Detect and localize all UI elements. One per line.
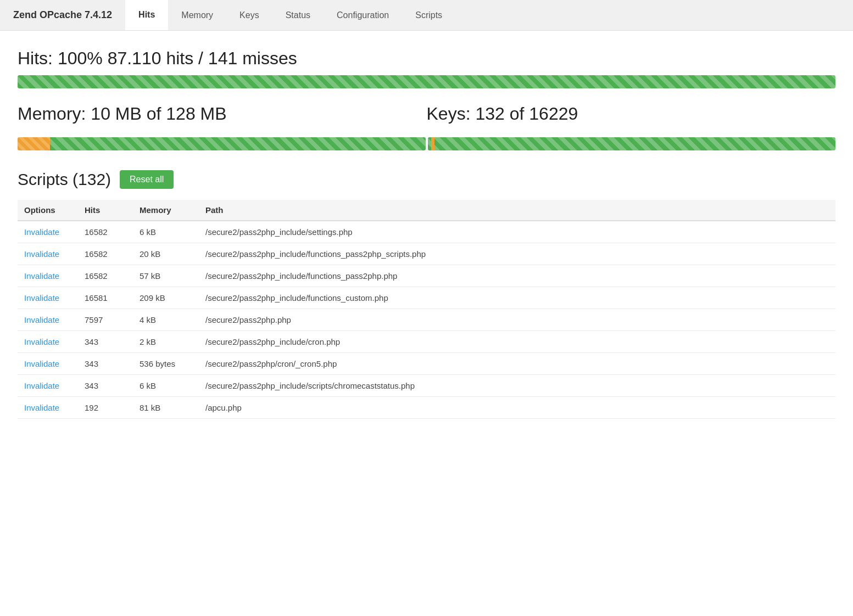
- col-header-hits: Hits: [78, 200, 133, 221]
- cell-memory: 81 kB: [133, 397, 199, 419]
- keys-bar-marker: [431, 137, 434, 150]
- cell-memory: 536 bytes: [133, 353, 199, 375]
- table-row: Invalidate1658220 kB/secure2/pass2php_in…: [18, 243, 835, 265]
- table-row: Invalidate1658257 kB/secure2/pass2php_in…: [18, 265, 835, 287]
- cell-path: /apcu.php: [199, 397, 835, 419]
- scripts-table-header-row: Options Hits Memory Path: [18, 200, 835, 221]
- memory-keys-progress-bars: [18, 137, 835, 150]
- invalidate-link[interactable]: Invalidate: [24, 403, 59, 412]
- memory-progress-bar: [18, 137, 426, 150]
- keys-progress-bar: [428, 137, 836, 150]
- col-header-memory: Memory: [133, 200, 199, 221]
- keys-heading: Keys: 132 of 16229: [427, 104, 836, 124]
- cell-path: /secure2/pass2php_include/functions_cust…: [199, 287, 835, 309]
- cell-hits: 16582: [78, 265, 133, 287]
- cell-memory: 4 kB: [133, 309, 199, 331]
- scripts-table-head: Options Hits Memory Path: [18, 200, 835, 221]
- tab-hits[interactable]: Hits: [125, 0, 168, 30]
- memory-bar-free: [50, 137, 425, 150]
- main-content: Hits: 100% 87.110 hits / 141 misses Memo…: [0, 31, 853, 436]
- cell-memory: 6 kB: [133, 375, 199, 397]
- invalidate-link[interactable]: Invalidate: [24, 381, 59, 390]
- keys-heading-wrapper: Keys: 132 of 16229: [427, 104, 836, 131]
- memory-heading: Memory: 10 MB of 128 MB: [18, 104, 427, 124]
- invalidate-link[interactable]: Invalidate: [24, 271, 59, 281]
- col-header-path: Path: [199, 200, 835, 221]
- nav-tabs: Hits Memory Keys Status Configuration Sc…: [125, 0, 455, 30]
- cell-hits: 16582: [78, 221, 133, 243]
- cell-path: /secure2/pass2php_include/cron.php: [199, 331, 835, 353]
- keys-bar-fill: [428, 137, 836, 150]
- cell-hits: 16581: [78, 287, 133, 309]
- cell-memory: 6 kB: [133, 221, 199, 243]
- table-row: Invalidate3432 kB/secure2/pass2php_inclu…: [18, 331, 835, 353]
- cell-path: /secure2/pass2php_include/scripts/chrome…: [199, 375, 835, 397]
- hits-progress-bar-fill: [18, 75, 835, 88]
- invalidate-link[interactable]: Invalidate: [24, 337, 59, 346]
- memory-bar-used: [18, 137, 50, 150]
- cell-path: /secure2/pass2php_include/functions_pass…: [199, 243, 835, 265]
- invalidate-link[interactable]: Invalidate: [24, 293, 59, 303]
- app-title: Zend OPcache 7.4.12: [0, 0, 125, 30]
- scripts-heading: Scripts (132): [18, 170, 111, 189]
- table-row: Invalidate343536 bytes/secure2/pass2php/…: [18, 353, 835, 375]
- cell-hits: 343: [78, 331, 133, 353]
- cell-path: /secure2/pass2php_include/functions_pass…: [199, 265, 835, 287]
- tab-configuration[interactable]: Configuration: [324, 0, 402, 30]
- scripts-heading-row: Scripts (132) Reset all: [18, 170, 835, 189]
- reset-all-button[interactable]: Reset all: [120, 170, 174, 189]
- cell-memory: 57 kB: [133, 265, 199, 287]
- cell-path: /secure2/pass2php.php: [199, 309, 835, 331]
- tab-memory[interactable]: Memory: [168, 0, 226, 30]
- scripts-table: Options Hits Memory Path Invalidate16582…: [18, 200, 835, 419]
- table-row: Invalidate19281 kB/apcu.php: [18, 397, 835, 419]
- memory-heading-wrapper: Memory: 10 MB of 128 MB: [18, 104, 427, 131]
- table-row: Invalidate16581209 kB/secure2/pass2php_i…: [18, 287, 835, 309]
- nav-bar: Zend OPcache 7.4.12 Hits Memory Keys Sta…: [0, 0, 853, 31]
- invalidate-link[interactable]: Invalidate: [24, 227, 59, 237]
- tab-scripts[interactable]: Scripts: [402, 0, 455, 30]
- memory-keys-headings: Memory: 10 MB of 128 MB Keys: 132 of 162…: [18, 104, 835, 131]
- cell-hits: 7597: [78, 309, 133, 331]
- cell-hits: 192: [78, 397, 133, 419]
- table-row: Invalidate75974 kB/secure2/pass2php.php: [18, 309, 835, 331]
- table-row: Invalidate3436 kB/secure2/pass2php_inclu…: [18, 375, 835, 397]
- invalidate-link[interactable]: Invalidate: [24, 315, 59, 324]
- cell-path: /secure2/pass2php/cron/_cron5.php: [199, 353, 835, 375]
- cell-memory: 2 kB: [133, 331, 199, 353]
- cell-hits: 343: [78, 375, 133, 397]
- hits-heading: Hits: 100% 87.110 hits / 141 misses: [18, 48, 835, 69]
- tab-keys[interactable]: Keys: [226, 0, 272, 30]
- cell-memory: 209 kB: [133, 287, 199, 309]
- table-row: Invalidate165826 kB/secure2/pass2php_inc…: [18, 221, 835, 243]
- scripts-table-body: Invalidate165826 kB/secure2/pass2php_inc…: [18, 221, 835, 419]
- cell-memory: 20 kB: [133, 243, 199, 265]
- cell-hits: 343: [78, 353, 133, 375]
- hits-progress-bar-container: [18, 75, 835, 88]
- invalidate-link[interactable]: Invalidate: [24, 359, 59, 368]
- invalidate-link[interactable]: Invalidate: [24, 249, 59, 259]
- cell-hits: 16582: [78, 243, 133, 265]
- cell-path: /secure2/pass2php_include/settings.php: [199, 221, 835, 243]
- tab-status[interactable]: Status: [272, 0, 324, 30]
- col-header-options: Options: [18, 200, 78, 221]
